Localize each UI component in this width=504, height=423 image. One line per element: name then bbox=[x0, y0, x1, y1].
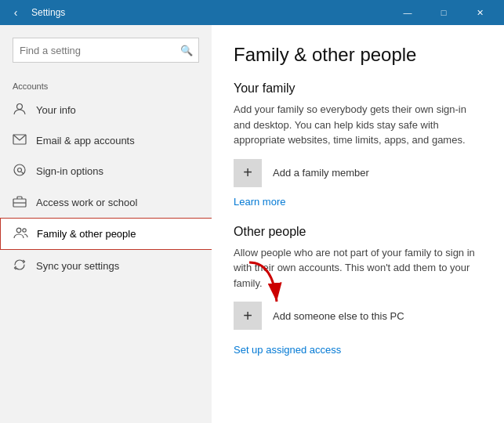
svg-line-4 bbox=[22, 172, 24, 175]
add-other-label: Add someone else to this PC bbox=[273, 310, 404, 322]
content-area: Family & other people Your family Add yo… bbox=[212, 25, 504, 423]
close-button[interactable]: ✕ bbox=[462, 0, 498, 25]
add-other-row: + Add someone else to this PC bbox=[234, 302, 482, 330]
sidebar: 🔍 Accounts Your info Email & app account… bbox=[0, 25, 212, 423]
svg-point-0 bbox=[17, 104, 23, 110]
signin-icon bbox=[13, 163, 27, 179]
sidebar-item-your-info[interactable]: Your info bbox=[0, 94, 212, 126]
family-icon bbox=[13, 226, 27, 241]
your-info-icon bbox=[13, 102, 27, 118]
sidebar-label-family: Family & other people bbox=[37, 228, 136, 240]
sidebar-item-work[interactable]: Access work or school bbox=[0, 187, 212, 218]
sidebar-item-family[interactable]: Family & other people bbox=[0, 218, 212, 250]
other-people-title: Other people bbox=[234, 225, 482, 239]
maximize-button[interactable]: □ bbox=[426, 0, 462, 25]
your-family-title: Your family bbox=[234, 81, 482, 96]
sidebar-label-signin: Sign-in options bbox=[36, 165, 103, 177]
search-input[interactable] bbox=[13, 38, 199, 63]
svg-point-7 bbox=[16, 228, 21, 233]
add-other-container: + Add someone else to this PC bbox=[234, 302, 482, 338]
sync-icon bbox=[13, 258, 27, 274]
your-family-section: Your family Add your family so everybody… bbox=[234, 81, 482, 225]
title-bar-title: Settings bbox=[31, 7, 65, 18]
sidebar-label-your-info: Your info bbox=[36, 104, 76, 116]
add-other-button[interactable]: + bbox=[234, 302, 262, 330]
other-people-desc: Allow people who are not part of your fa… bbox=[234, 245, 482, 291]
title-bar: ‹ Settings — □ ✕ bbox=[0, 0, 504, 25]
title-bar-controls: — □ ✕ bbox=[390, 0, 498, 25]
page-title: Family & other people bbox=[234, 44, 482, 66]
sidebar-item-sync[interactable]: Sync your settings bbox=[0, 250, 212, 282]
app-body: 🔍 Accounts Your info Email & app account… bbox=[0, 25, 504, 423]
minimize-button[interactable]: — bbox=[390, 0, 426, 25]
sidebar-label-sync: Sync your settings bbox=[36, 260, 119, 272]
svg-point-3 bbox=[18, 168, 22, 172]
back-button[interactable]: ‹ bbox=[6, 3, 25, 22]
svg-point-8 bbox=[23, 229, 26, 232]
search-icon: 🔍 bbox=[180, 45, 193, 56]
sidebar-label-work: Access work or school bbox=[36, 197, 137, 208]
work-icon bbox=[13, 195, 27, 210]
learn-more-link[interactable]: Learn more bbox=[234, 196, 285, 208]
add-family-button[interactable]: + bbox=[234, 159, 262, 187]
title-bar-left: ‹ Settings bbox=[6, 3, 65, 22]
add-family-row: + Add a family member bbox=[234, 159, 482, 187]
search-container: 🔍 bbox=[13, 38, 199, 63]
email-icon bbox=[13, 134, 27, 147]
assigned-access-link[interactable]: Set up assigned access bbox=[234, 344, 341, 356]
add-family-label: Add a family member bbox=[273, 167, 369, 179]
other-people-section: Other people Allow people who are not pa… bbox=[234, 225, 482, 374]
sidebar-item-signin[interactable]: Sign-in options bbox=[0, 155, 212, 187]
sidebar-item-email[interactable]: Email & app accounts bbox=[0, 126, 212, 155]
your-family-desc: Add your family so everybody gets their … bbox=[234, 102, 482, 148]
sidebar-section-label: Accounts bbox=[0, 75, 212, 94]
sidebar-label-email: Email & app accounts bbox=[36, 135, 135, 146]
